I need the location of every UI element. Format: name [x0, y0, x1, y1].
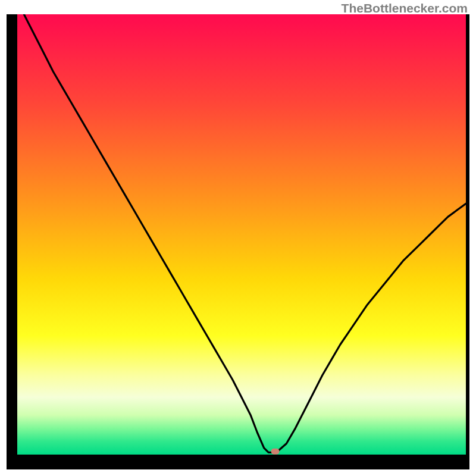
optimal-point-marker — [271, 449, 280, 455]
chart-plot-area — [17, 14, 466, 455]
watermark-text: TheBottlenecker.com — [342, 1, 468, 15]
chart-svg — [17, 14, 466, 455]
gradient-background — [17, 14, 466, 455]
